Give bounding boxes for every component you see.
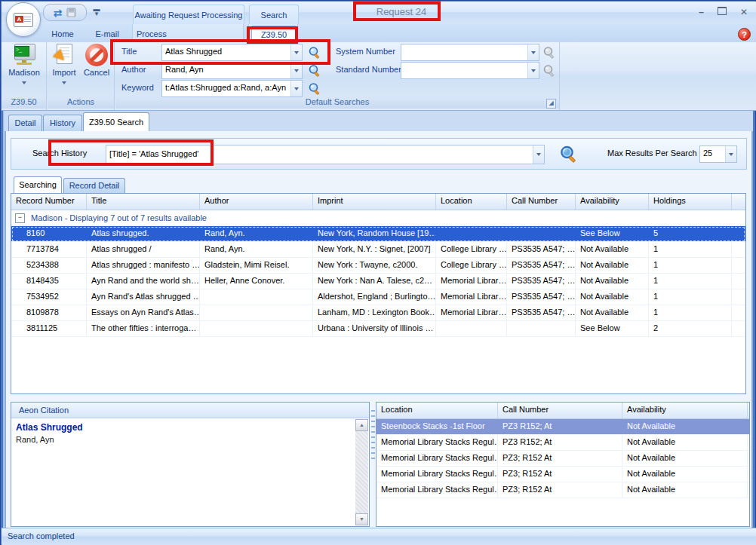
- standard-number-search-button-disabled[interactable]: [540, 62, 558, 79]
- column-header[interactable]: Availability: [576, 194, 649, 210]
- table-row[interactable]: Steenbock Stacks -1st FloorPZ3 R152; AtN…: [376, 419, 749, 435]
- table-cell: 8160: [22, 226, 87, 241]
- title-search-input[interactable]: Atlas Shrugged: [161, 44, 303, 61]
- refresh-icon[interactable]: ⇄: [54, 8, 63, 18]
- results-tab-strip: Searching Record Detail: [11, 177, 747, 193]
- tab-record-detail[interactable]: Record Detail: [63, 178, 125, 193]
- table-cell: Memorial Librar…: [436, 274, 507, 289]
- maximize-button[interactable]: [718, 7, 727, 17]
- import-button[interactable]: Import: [48, 44, 80, 93]
- title-dropdown-button[interactable]: [290, 44, 302, 60]
- import-button-label: Import: [48, 68, 80, 77]
- column-header[interactable]: Title: [87, 194, 200, 210]
- table-row[interactable]: 8160Atlas shrugged.Rand, Ayn.New York, R…: [11, 226, 745, 242]
- table-row[interactable]: 5234388Atlas shrugged : manifesto …Glads…: [11, 258, 745, 274]
- system-number-dropdown-button[interactable]: [527, 44, 539, 60]
- column-header[interactable]: Location: [376, 403, 498, 418]
- table-row[interactable]: Memorial Library Stacks Regul…PZ3; R152 …: [376, 451, 749, 467]
- search-history-label: Search History: [32, 148, 87, 158]
- table-cell: The other fifties : interroga…: [87, 321, 200, 336]
- table-cell: Urbana : University of Illinois …: [313, 321, 436, 336]
- chevron-down-icon: [531, 51, 536, 54]
- table-cell: Heller, Anne Conover.: [200, 274, 313, 289]
- keyword-dropdown-button[interactable]: [290, 81, 302, 96]
- tab-searching[interactable]: Searching: [14, 176, 62, 193]
- system-number-search-button-disabled[interactable]: [540, 44, 558, 61]
- scroll-up-icon[interactable]: ▲: [355, 419, 368, 431]
- cancel-prohibition-icon: [85, 44, 108, 66]
- table-cell: Memorial Library Stacks Regul…: [376, 451, 498, 466]
- search-history-dropdown[interactable]: [Title] = 'Atlas Shrugged': [106, 145, 545, 164]
- maximize-icon: [718, 7, 727, 15]
- column-header[interactable]: Imprint: [313, 194, 436, 210]
- holdings-detail-table[interactable]: LocationCall NumberAvailabilitySteenbock…: [376, 402, 750, 527]
- close-button[interactable]: ✕: [740, 7, 748, 17]
- table-row[interactable]: 3811125The other fifties : interroga…Urb…: [11, 321, 745, 337]
- application-menu-button[interactable]: A: [6, 2, 41, 37]
- column-header[interactable]: Call Number: [507, 194, 576, 210]
- table-row[interactable]: 7713784Atlas shrugged /Rand, Ayn.New Yor…: [11, 242, 745, 258]
- group-row[interactable]: −Madison - Displaying 7 out of 7 results…: [11, 210, 745, 226]
- standard-number-dropdown-button[interactable]: [527, 63, 539, 78]
- table-row[interactable]: 8148435Ayn Rand and the world sh…Heller,…: [11, 274, 745, 289]
- dialog-launcher-icon[interactable]: ◢: [546, 99, 556, 109]
- magnifier-icon: [308, 82, 321, 96]
- tab-history[interactable]: History: [43, 115, 82, 131]
- author-search-button[interactable]: [306, 62, 324, 79]
- group-label-default-searches: Default Searches ◢: [115, 97, 559, 109]
- keyword-search-input[interactable]: t:Atlas t:Shrugged a:Rand, a:Ayn: [161, 80, 303, 97]
- table-cell: 3811125: [22, 321, 87, 336]
- title-search-button[interactable]: [306, 44, 324, 61]
- table-cell: Ayn Rand's Atlas shrugged …: [87, 289, 200, 305]
- collapse-group-icon[interactable]: −: [15, 213, 25, 223]
- aeon-citation-panel: Aeon Citation Atlas Shrugged Rand, Ayn ▲…: [11, 402, 370, 527]
- contextual-group-label: Awaiting Request Processing: [135, 11, 243, 20]
- madison-server-button[interactable]: Madison: [8, 44, 41, 93]
- ribbon: Madison Z39.50 Import Cancel Actions: [2, 42, 756, 111]
- z3950-search-panel: Search History [Title] = 'Atlas Shrugged…: [5, 131, 753, 528]
- scroll-down-icon[interactable]: ▼: [355, 513, 368, 525]
- max-results-dropdown-button[interactable]: [725, 146, 736, 162]
- column-header[interactable]: Author: [200, 194, 313, 210]
- citation-scrollbar[interactable]: ▲ ▼: [355, 419, 368, 525]
- tab-detail[interactable]: Detail: [8, 115, 42, 131]
- import-dropdown-icon[interactable]: [62, 81, 66, 84]
- table-row[interactable]: 8109878Essays on Ayn Rand's Atlas…Lanham…: [11, 305, 745, 321]
- table-cell: Memorial Library Stacks Regul…: [376, 435, 498, 450]
- max-results-dropdown[interactable]: 25: [699, 145, 737, 163]
- minimize-button[interactable]: –: [699, 7, 704, 17]
- table-row[interactable]: Memorial Library Stacks Regul…PZ3; R152 …: [376, 467, 749, 482]
- table-cell: [507, 321, 576, 336]
- keyword-search-button[interactable]: [306, 80, 324, 97]
- column-header[interactable]: Availability: [622, 403, 748, 418]
- system-number-input[interactable]: [401, 44, 539, 61]
- search-history-dropdown-button[interactable]: [533, 145, 544, 164]
- table-row[interactable]: 7534952Ayn Rand's Atlas shrugged …Alders…: [11, 289, 745, 305]
- table-row[interactable]: Memorial Library Stacks Regul…PZ3; R152 …: [376, 482, 749, 498]
- search-results-table[interactable]: Record NumberTitleAuthorImprintLocationC…: [11, 193, 746, 394]
- column-header[interactable]: Holdings: [649, 194, 732, 210]
- column-header[interactable]: Record Number: [11, 194, 87, 210]
- table-cell: PS3535 A547; …: [507, 242, 576, 257]
- ribbon-tab-z3950[interactable]: Z39.50: [251, 26, 297, 42]
- column-header[interactable]: Location: [436, 194, 507, 210]
- cancel-button[interactable]: Cancel: [81, 44, 112, 93]
- run-search-button[interactable]: [556, 142, 582, 167]
- standard-number-input[interactable]: [401, 62, 539, 79]
- table-row[interactable]: Memorial Library Stacks Regul…PZ3 R152; …: [376, 435, 749, 451]
- table-cell: Ayn Rand and the world sh…: [87, 274, 200, 289]
- ribbon-tab-email[interactable]: E-mail: [85, 26, 129, 42]
- panel-splitter[interactable]: [371, 410, 375, 463]
- help-button[interactable]: ?: [738, 28, 751, 41]
- tab-z3950-search[interactable]: Z39.50 Search: [83, 112, 149, 131]
- ribbon-tab-process[interactable]: Process: [137, 26, 183, 42]
- table-cell: 7713784: [22, 242, 87, 257]
- save-icon[interactable]: [66, 8, 76, 17]
- customize-qat-chevron-icon[interactable]: ▬▾: [91, 7, 102, 17]
- madison-dropdown-icon[interactable]: [22, 81, 26, 84]
- author-search-input[interactable]: Rand, Ayn: [161, 62, 303, 79]
- author-dropdown-button[interactable]: [290, 63, 302, 78]
- status-bar: Search completed: [2, 528, 756, 545]
- column-header[interactable]: Call Number: [498, 403, 622, 418]
- ribbon-tab-home[interactable]: Home: [44, 26, 81, 42]
